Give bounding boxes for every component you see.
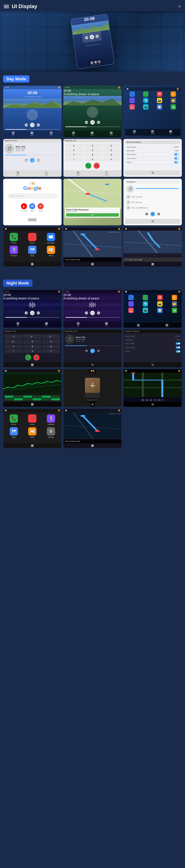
dial-6[interactable]: 6 <box>102 148 120 152</box>
bt-prev[interactable]: ◀◀ <box>25 159 28 162</box>
social-track-2[interactable]: 🎵 华乐_019E.mp3 <box>127 200 179 205</box>
carplay-music-app[interactable]: 🎵 Music <box>24 233 41 244</box>
social-prev[interactable]: ◀◀ <box>145 213 148 216</box>
nav-home[interactable]: 🏠 <box>91 263 94 266</box>
google-shortcut-gmail[interactable]: ✉ Gmail <box>37 203 44 212</box>
night-carplay-maps[interactable]: 🗺 Maps <box>5 427 22 438</box>
night-carplay-settings[interactable]: ⚙ Settings <box>43 427 59 438</box>
night-carplay-news[interactable]: 📰 News <box>24 427 41 438</box>
night-app-weather[interactable]: 🌤 <box>172 308 177 313</box>
play-btn-2[interactable]: ⏸ <box>90 120 95 125</box>
night-nav-screen[interactable]: 🕐📶 10/16 ETA 9.0 mi <box>63 408 122 448</box>
night-auto-connect-toggle[interactable] <box>176 346 180 349</box>
next-btn-1[interactable]: ▶▶ <box>37 123 40 126</box>
social-track-3[interactable]: 🎵 华乐_035_距离龙路.mp3 <box>127 205 179 211</box>
night-carplay-phone[interactable]: 📞 Phone <box>5 414 22 425</box>
night-app-bt[interactable]: 🔵 <box>128 301 134 307</box>
dial-star[interactable]: * <box>65 157 83 161</box>
app-phone[interactable]: 📞 <box>130 91 135 97</box>
np-prev[interactable]: ◀ <box>134 259 136 260</box>
night-music-screen-2[interactable]: 20:08📶 20:08 A soothing dream of peace <box>63 290 122 328</box>
day-google-screen[interactable]: 🕐📶 Google Search or type URL ▶ YouTube 🗺… <box>3 179 62 225</box>
carplay-home-icon[interactable]: 🏠 <box>31 263 34 266</box>
dial-9[interactable]: 9 <box>102 153 120 157</box>
night-dial-7[interactable]: 7 <box>5 345 23 348</box>
google-shortcut-youtube[interactable]: ▶ YouTube <box>21 203 27 212</box>
dial-2[interactable]: 2 <box>84 144 102 148</box>
carplay-news-app[interactable]: 📰 News <box>43 246 59 256</box>
road-chip-5[interactable]: + <box>158 399 161 401</box>
night-dial-4[interactable]: 4・ <box>5 340 23 344</box>
np-play[interactable]: ▶ <box>137 259 138 260</box>
play-btn-1[interactable]: ⏸ <box>30 123 34 127</box>
day-map-screen[interactable]: 🕐📶 Sunny Coffee Restaurant Modern Cuisin… <box>63 179 122 225</box>
app-weather[interactable]: 🌤 <box>171 104 176 110</box>
night-bt-settings-screen[interactable]: Bluetooth_Settings Device nameCarBT Devi… <box>123 329 182 367</box>
carplay-messages-app[interactable]: ✉️ Messages <box>43 233 59 244</box>
prev-btn-1[interactable]: ◀◀ <box>25 123 28 126</box>
dial-0[interactable]: 0 <box>84 157 102 161</box>
night-dial-star[interactable]: * <box>5 349 23 353</box>
bt-next[interactable]: ▶▶ <box>37 159 40 162</box>
social-track-1[interactable]: 🎵 华乐_019E.mp3 <box>127 194 179 200</box>
auto-answer-toggle[interactable] <box>174 153 179 156</box>
app-maps[interactable]: 🗺 <box>157 91 162 97</box>
go-button[interactable]: GO <box>66 213 119 217</box>
night-call-end[interactable]: 📵 <box>33 354 39 361</box>
night-dial-2[interactable]: 2・ <box>23 335 41 339</box>
night-roads-screen[interactable]: 🕐📶 ▲ ◀ ▶ <box>123 369 182 407</box>
day-music-screen-2[interactable]: 20:08📶 20:08 A soothing dream of peace 🎵… <box>63 86 122 137</box>
night-power-toggle[interactable] <box>176 350 180 352</box>
app-radio[interactable]: 📻 <box>130 104 135 110</box>
app-settings[interactable]: ⚙ <box>171 91 176 97</box>
google-shortcut-maps[interactable]: 🗺 Maps <box>29 203 35 212</box>
app-music[interactable]: 🎵 <box>143 91 149 97</box>
dial-8[interactable]: 8 <box>84 153 102 157</box>
social-play[interactable]: ▶ <box>151 212 155 216</box>
night-dial-1[interactable]: 1 <box>5 335 23 339</box>
dial-4[interactable]: 4 <box>65 148 83 152</box>
night-app-video[interactable]: 🎬 <box>143 308 148 313</box>
bt-play[interactable]: ⏸ <box>30 158 34 162</box>
night-bt-music-screen[interactable]: Bluetooth_Music 🎵 Music Title Music Albu… <box>63 329 122 367</box>
road-chip-1[interactable]: ▲ <box>141 399 145 401</box>
night-music-screen-1[interactable]: 20:08📶 20:08 A soothing dream of peace <box>3 290 62 328</box>
carplay-phone-app[interactable]: 📞 Phone <box>5 233 22 244</box>
night-prev-1[interactable]: ◀◀ <box>25 311 28 314</box>
day-nav-music-screen[interactable]: 🕐📶 Not Playing ◀ ▶ ▶▶ <box>123 227 182 267</box>
dial-1[interactable]: 1 <box>65 144 83 148</box>
next-btn-2[interactable]: ▶▶ <box>97 121 100 124</box>
night-play-2[interactable]: ⏸ <box>90 311 95 315</box>
app-files[interactable]: 📁 <box>171 98 176 103</box>
day-app-grid-screen[interactable]: 🕐📶 📞 🎵 🗺 ⚙ 🔵 📡 📷 📁 📻 🎬 🧭 🌤 <box>123 86 182 137</box>
auto-connect-toggle[interactable] <box>174 157 179 159</box>
app-video[interactable]: 🎬 <box>143 104 149 110</box>
night-bt-next[interactable]: ▶▶ <box>97 349 100 352</box>
road-chip-4[interactable]: ▼ <box>153 399 157 401</box>
power-toggle[interactable] <box>174 161 179 163</box>
day-bt-call-screen[interactable]: Bluetooth_Call 1 2 3 4 5 6 7 8 9 * 0 <box>63 139 122 177</box>
night-auto-answer-toggle[interactable] <box>176 342 180 345</box>
night-dial-5[interactable]: 5 <box>23 340 41 344</box>
night-dial-3[interactable]: 3・ <box>42 335 60 339</box>
day-nav-map-screen[interactable]: 🕐📶 10/16 ETA 9.0 mi <box>63 227 122 267</box>
header-more-icon[interactable]: ≡ <box>178 4 181 9</box>
dial-hash[interactable]: # <box>102 157 120 161</box>
night-prev-2[interactable]: ◀◀ <box>85 311 88 314</box>
night-app-maps[interactable]: 🗺 <box>157 295 162 300</box>
night-terrain-screen[interactable]: 🕐📶 <box>3 369 62 407</box>
carplay-podcast-app[interactable]: 🎙️ Podcasts <box>5 246 22 256</box>
night-app-nav[interactable]: 🧭 <box>157 308 162 313</box>
road-chip-3[interactable]: ▶ <box>149 399 153 401</box>
night-app-phone[interactable]: 📞 <box>128 295 134 300</box>
night-carplay-podcast[interactable]: 🎙️ Podcasts <box>43 414 59 425</box>
night-carplay-home[interactable]: 🏠 <box>31 444 34 447</box>
night-carplay-music[interactable]: 🎵 Music <box>24 414 41 425</box>
menu-icon[interactable] <box>4 5 9 8</box>
night-food-screen[interactable]: 🕐📶 🍲 Restaurant Photo ⊞ <box>63 369 122 407</box>
google-search-bar[interactable]: Search or type URL <box>7 193 57 199</box>
call-end-btn[interactable]: 📵 <box>94 163 100 169</box>
night-dial-6[interactable]: 6 <box>42 340 60 344</box>
call-answer-btn[interactable]: 📞 <box>85 163 91 169</box>
night-dial-8[interactable]: 8 <box>23 345 41 348</box>
